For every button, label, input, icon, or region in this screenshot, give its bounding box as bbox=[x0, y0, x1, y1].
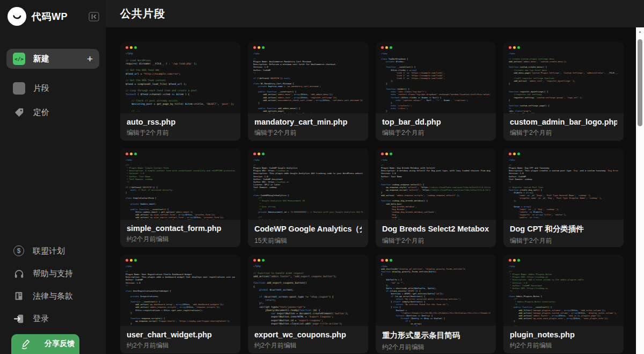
snippet-card[interactable]: <?php // Create custom plugin settings m… bbox=[503, 42, 624, 141]
sidebar-item-tag[interactable]: 定价 bbox=[0, 100, 106, 125]
sidebar-bottom-nav: $ 联盟计划 帮助与支持 法律与条款 登录 分享反馈 bbox=[0, 240, 106, 354]
dot-yellow-icon bbox=[258, 46, 260, 49]
snippet-title: mandatory_cart_min.php bbox=[254, 118, 362, 126]
window-dots bbox=[126, 46, 235, 49]
logo-row: 代码WP bbox=[0, 0, 106, 33]
pencil-icon bbox=[20, 338, 32, 350]
window-dots bbox=[509, 259, 618, 262]
sidebar-item-headset[interactable]: 帮助与支持 bbox=[0, 262, 106, 285]
dot-yellow-icon bbox=[385, 259, 388, 262]
snippet-edited-time: 15天前编辑 bbox=[254, 236, 362, 245]
code-preview: <?php /* Plugin Name: CodeWP Google Anal… bbox=[248, 148, 368, 220]
plus-icon[interactable]: + bbox=[87, 54, 93, 64]
snippet-card[interactable]: <?php /* Plugin Name: User Registration … bbox=[120, 255, 240, 353]
snippet-edited-time: 编辑于2个月前 bbox=[127, 128, 234, 138]
sidebar-item-icon: $ bbox=[13, 245, 25, 256]
share-feedback-label: 分享反馈 bbox=[45, 339, 75, 349]
dot-red-icon bbox=[253, 46, 256, 49]
snippet-edited-time: 编辑于2个月前 bbox=[254, 128, 362, 138]
dot-red-icon bbox=[253, 259, 256, 262]
sidebar-item-icon bbox=[13, 291, 25, 301]
dot-yellow-icon bbox=[258, 259, 260, 262]
snippet-card[interactable]: <?php /* Plugin Name: Dog Breeds Metabox… bbox=[376, 148, 496, 247]
snippet-card[interactable]: <?php /** * Plugin Name: Simple Contact … bbox=[120, 148, 240, 247]
window-dots bbox=[126, 153, 235, 155]
sidebar-item-code[interactable]: 片段 bbox=[0, 76, 106, 100]
headset-icon bbox=[13, 268, 25, 279]
card-footer: user_chart_widget.php 约2个月前编辑 bbox=[120, 326, 240, 353]
sidebar-nav: 片段 定价 bbox=[0, 76, 106, 125]
code-icon: </> bbox=[13, 53, 25, 65]
snippet-card[interactable]: <?php /* Plugin Name: Dog CPT and Taxono… bbox=[503, 148, 624, 247]
dot-yellow-icon bbox=[130, 153, 133, 155]
snippet-title: top_bar_dd.php bbox=[382, 118, 489, 126]
share-feedback-button[interactable]: 分享反馈 bbox=[11, 334, 79, 354]
login-icon bbox=[13, 313, 25, 324]
window-dots bbox=[381, 46, 491, 49]
snippet-card[interactable]: <?php // Function to handle AJAX request… bbox=[248, 255, 368, 353]
page-title: 公共片段 bbox=[120, 6, 165, 21]
snippet-edited-time: 约2个月前编辑 bbox=[510, 341, 617, 350]
dot-green-icon bbox=[390, 46, 392, 49]
sidebar-item-label: 登录 bbox=[33, 314, 49, 324]
code-preview: <?php // Function to handle AJAX request… bbox=[248, 255, 368, 326]
scroll-up-arrow-icon[interactable]: ▲ bbox=[636, 27, 644, 36]
snippet-edited-time: 约2个月前编辑 bbox=[127, 235, 234, 244]
dot-red-icon bbox=[509, 46, 511, 49]
code-text: <?php // Create custom plugin settings m… bbox=[509, 52, 618, 113]
code-preview: <?php class TopBarDropdown { private $li… bbox=[376, 42, 496, 113]
code-preview: <?php add_shortcode("display_gf_entries"… bbox=[376, 255, 496, 326]
snippet-title: Dog Breeds Select2 Metabox 插件 bbox=[382, 224, 489, 234]
sidebar-item-icon bbox=[13, 268, 25, 279]
dot-red-icon bbox=[126, 153, 128, 155]
dot-green-icon bbox=[262, 259, 265, 262]
snippets-content: <?php // Load WordPress require( dirname… bbox=[106, 27, 644, 354]
card-footer: plugin_notes.php 约2个月前编辑 bbox=[503, 326, 624, 353]
dot-yellow-icon bbox=[258, 153, 260, 155]
window-dots bbox=[509, 46, 618, 49]
collapse-sidebar-icon[interactable] bbox=[89, 12, 99, 21]
snippet-title: 重力形式显示条目简码 bbox=[382, 330, 489, 341]
sidebar-item-icon bbox=[13, 107, 25, 118]
main-area: 公共片段 <?php // Load WordPress require( di… bbox=[106, 0, 644, 354]
snippet-card[interactable]: <?php class TopBarDropdown { private $li… bbox=[376, 42, 496, 141]
scrollbar-thumb[interactable] bbox=[638, 39, 642, 126]
dot-green-icon bbox=[134, 153, 137, 155]
card-footer: export_wc_coupons.php 约2个月前编辑 bbox=[248, 326, 368, 353]
code-preview: <?php // Create custom plugin settings m… bbox=[503, 42, 624, 113]
dot-yellow-icon bbox=[513, 46, 516, 49]
dot-green-icon bbox=[517, 46, 520, 49]
sidebar-item-label: 联盟计划 bbox=[33, 246, 65, 256]
sidebar-item-legal[interactable]: 法律与条款 bbox=[0, 285, 106, 307]
legal-doc-icon bbox=[13, 291, 24, 301]
snippet-edited-time: 编辑于2个月前 bbox=[510, 128, 617, 138]
sidebar-item-label: 定价 bbox=[33, 107, 49, 118]
snippet-card[interactable]: <?php add_shortcode("display_gf_entries"… bbox=[376, 255, 496, 353]
sidebar-item-login[interactable]: 登录 bbox=[0, 307, 106, 330]
dot-yellow-icon bbox=[130, 46, 133, 49]
snippet-card[interactable]: <?php /** * Plugin Name: Admin Plugins N… bbox=[503, 255, 624, 353]
code-preview: <?php // Load WordPress require( dirname… bbox=[120, 42, 240, 113]
snippet-title: CodeWP Google Analytics（分析）集成 bbox=[254, 224, 362, 234]
snippet-card[interactable]: <?php /* Plugin Name: CodeWP Google Anal… bbox=[248, 148, 368, 247]
sidebar: 代码WP </> 新建 + 片段 定价 $ 联盟计划 bbox=[0, 0, 106, 354]
code-preview: <?php /* Plugin Name: Dog CPT and Taxono… bbox=[503, 148, 624, 220]
dot-green-icon bbox=[390, 153, 392, 155]
card-footer: mandatory_cart_min.php 编辑于2个月前 bbox=[248, 113, 368, 141]
sidebar-item-dollar[interactable]: $ 联盟计划 bbox=[0, 240, 106, 262]
snippet-title: simple_contact_form.php bbox=[127, 224, 234, 233]
vertical-scrollbar[interactable]: ▲ bbox=[636, 27, 644, 354]
window-dots bbox=[381, 259, 491, 262]
code-preview: <?php /* Plugin Name: Dog Breeds Metabox… bbox=[376, 148, 496, 220]
dot-yellow-icon bbox=[513, 153, 516, 155]
dot-red-icon bbox=[509, 153, 511, 155]
snippet-card[interactable]: <?php /* Plugin Name: WooCommerce Mandat… bbox=[248, 42, 368, 141]
code-preview: <?php /* Plugin Name: User Registration … bbox=[120, 255, 240, 326]
sidebar-item-new[interactable]: </> 新建 + bbox=[6, 49, 99, 69]
window-dots bbox=[253, 153, 363, 155]
dot-red-icon bbox=[381, 46, 384, 49]
snippet-edited-time: 约2个月前编辑 bbox=[382, 343, 489, 352]
snippet-card[interactable]: <?php // Load WordPress require( dirname… bbox=[120, 42, 240, 141]
code-text: <?php /** * Plugin Name: Simple Contact … bbox=[126, 158, 235, 220]
code-text: <?php // Function to handle AJAX request… bbox=[253, 265, 363, 326]
